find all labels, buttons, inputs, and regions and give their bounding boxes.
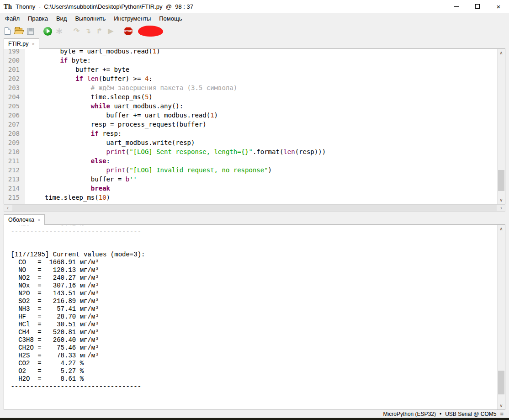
editor-scroll-thumb[interactable] bbox=[498, 170, 504, 191]
minimize-button[interactable] bbox=[446, 0, 467, 13]
menu-file[interactable]: Файл bbox=[1, 13, 24, 24]
menu-help[interactable]: Помощь bbox=[155, 13, 186, 24]
step-into-icon: ↴ bbox=[85, 27, 91, 35]
menu-run[interactable]: Выполнить bbox=[71, 13, 110, 24]
tab-label: FTIR.py bbox=[8, 41, 28, 47]
tab-shell[interactable]: Оболочка × bbox=[4, 214, 45, 225]
editor-code[interactable]: byte = uart_modbus.read(1) if byte: buff… bbox=[29, 48, 326, 202]
tab-ftir-py[interactable]: FTIR.py × bbox=[4, 38, 39, 49]
window-controls: × bbox=[446, 0, 509, 13]
menu-edit[interactable]: Правка bbox=[24, 13, 52, 24]
shell-tab-close-icon[interactable]: × bbox=[37, 218, 40, 223]
run-play-icon bbox=[43, 27, 52, 36]
title-bar: Th Thonny - C:\Users\msubbotin\Desktop\P… bbox=[0, 0, 509, 13]
resume-button[interactable]: ▶ bbox=[105, 25, 117, 37]
thonny-logo-icon: Th bbox=[4, 2, 12, 11]
shell-scroll-down-icon[interactable]: ∨ bbox=[498, 402, 505, 409]
save-floppy-icon bbox=[27, 28, 34, 35]
close-icon: × bbox=[497, 3, 501, 10]
window-title: Thonny - C:\Users\msubbotin\Desktop\Pyth… bbox=[16, 3, 193, 10]
toolbar: * ↷ ↴ ↱ ▶ STOP bbox=[0, 24, 509, 38]
debug-bug-icon: * bbox=[56, 31, 62, 36]
shell-tab-label: Оболочка bbox=[8, 217, 34, 223]
status-menu-icon[interactable]: ≡ bbox=[500, 410, 504, 417]
open-folder-icon bbox=[15, 28, 23, 34]
minimize-icon bbox=[454, 6, 459, 7]
editor-hscrollbar[interactable]: ‹ › bbox=[4, 204, 505, 212]
editor-vscrollbar[interactable]: ∧ ∨ bbox=[497, 49, 505, 204]
new-file-button[interactable] bbox=[2, 25, 13, 37]
line-number-gutter: 1992002012022032042052062072082092102112… bbox=[4, 49, 25, 204]
desktop-background-strip bbox=[0, 418, 509, 420]
maximize-icon bbox=[475, 4, 480, 9]
debug-button[interactable]: * bbox=[53, 25, 65, 37]
scroll-down-icon[interactable]: ∨ bbox=[498, 196, 505, 204]
new-file-icon bbox=[5, 27, 11, 35]
editor-hscroll-thumb[interactable] bbox=[12, 205, 497, 211]
scroll-left-icon[interactable]: ‹ bbox=[4, 205, 11, 211]
tab-close-icon[interactable]: × bbox=[32, 42, 34, 47]
resume-icon: ▶ bbox=[108, 27, 113, 35]
step-out-icon: ↱ bbox=[96, 27, 102, 35]
redaction-scribble bbox=[138, 26, 163, 37]
scroll-up-icon[interactable]: ∧ bbox=[498, 49, 505, 57]
stop-button[interactable]: STOP bbox=[122, 25, 134, 37]
code-editor[interactable]: 1992002012022032042052062072082092102112… bbox=[4, 48, 505, 204]
port-status[interactable]: USB Serial @ COM5 bbox=[445, 411, 496, 417]
shell-vscrollbar[interactable]: ∧ ∨ bbox=[497, 225, 505, 409]
interpreter-status[interactable]: MicroPython (ESP32) bbox=[383, 411, 436, 417]
shell-scroll-thumb[interactable] bbox=[498, 371, 504, 394]
save-button[interactable] bbox=[25, 25, 36, 37]
thonny-window: Th Thonny - C:\Users\msubbotin\Desktop\P… bbox=[0, 0, 509, 420]
menu-bar: Файл Правка Вид Выполнить Инструменты По… bbox=[0, 13, 509, 24]
close-button[interactable]: × bbox=[488, 0, 509, 13]
line-numbers: 1992002012022032042052062072082092102112… bbox=[4, 49, 20, 202]
step-over-button[interactable]: ↷ bbox=[71, 25, 82, 37]
step-over-icon: ↷ bbox=[74, 27, 80, 35]
run-button[interactable] bbox=[42, 25, 53, 37]
maximize-button[interactable] bbox=[467, 0, 488, 13]
editor-tab-row: FTIR.py × bbox=[4, 38, 39, 49]
shell-scroll-up-icon[interactable]: ∧ bbox=[498, 225, 505, 233]
status-bar: MicroPython (ESP32) • USB Serial @ COM5 … bbox=[0, 410, 509, 418]
shell-output[interactable]: H2O = 9.42 % ---------------------------… bbox=[4, 224, 145, 391]
open-file-button[interactable] bbox=[13, 25, 25, 37]
step-out-button[interactable]: ↱ bbox=[94, 25, 105, 37]
shell-tab-row: Оболочка × bbox=[4, 214, 45, 225]
status-bullet: • bbox=[440, 411, 441, 417]
menu-tools[interactable]: Инструменты bbox=[110, 13, 155, 24]
scroll-right-icon[interactable]: › bbox=[498, 205, 505, 211]
step-into-button[interactable]: ↴ bbox=[82, 25, 94, 37]
menu-view[interactable]: Вид bbox=[52, 13, 71, 24]
shell-panel[interactable]: H2O = 9.42 % ---------------------------… bbox=[4, 224, 505, 410]
stop-sign-icon: STOP bbox=[124, 27, 133, 36]
